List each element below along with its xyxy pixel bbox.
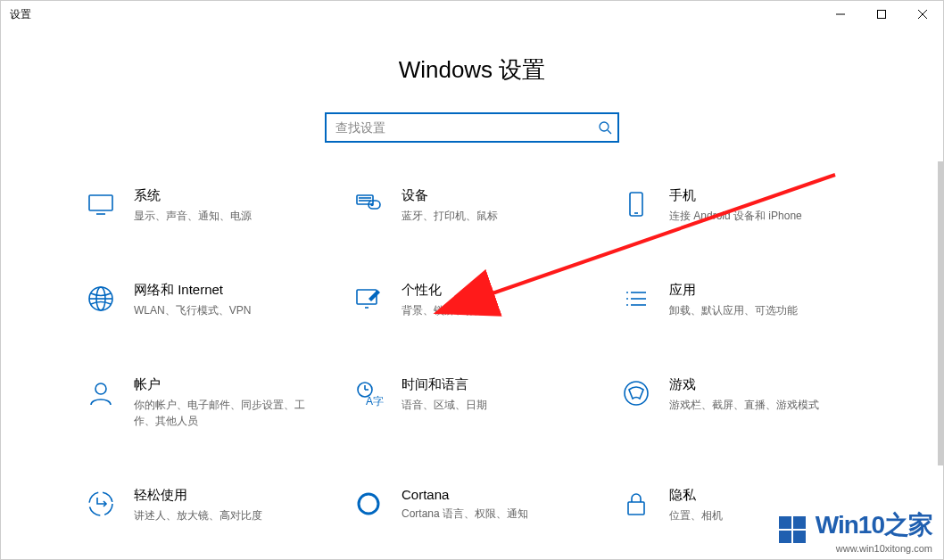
card-accounts[interactable]: 帐户 你的帐户、电子邮件、同步设置、工作、其他人员 [84,376,325,429]
card-desc: 位置、相机 [669,507,723,523]
card-ease[interactable]: 轻松使用 讲述人、放大镜、高对比度 [84,487,325,523]
card-time[interactable]: A字 时间和语言 语音、区域、日期 [352,376,592,429]
card-desc: 你的帐户、电子邮件、同步设置、工作、其他人员 [134,397,325,429]
accounts-icon [84,376,118,410]
card-desc: 语音、区域、日期 [402,397,487,413]
window-title: 设置 [10,7,31,22]
card-devices[interactable]: 设备 蓝牙、打印机、鼠标 [352,187,592,224]
cortana-icon [352,487,385,521]
card-label: 手机 [669,187,802,204]
watermark-url: www.win10xitong.com [779,543,932,554]
window-controls [820,1,943,28]
card-desc: 连接 Android 设备和 iPhone [669,208,802,224]
card-label: 时间和语言 [402,376,487,393]
card-desc: 游戏栏、截屏、直播、游戏模式 [669,397,819,413]
svg-point-26 [95,383,106,394]
card-desc: Cortana 语言、权限、通知 [402,506,528,522]
watermark: Win10之家 www.win10xitong.com [779,508,932,554]
settings-grid: 系统 显示、声音、通知、电源 设备 蓝牙、打印机、鼠标 [84,187,860,523]
svg-point-31 [625,382,648,405]
card-phone[interactable]: 手机 连接 Android 设备和 iPhone [619,187,860,224]
card-personalize[interactable]: 个性化 背景、锁屏、颜色 [352,282,592,318]
card-label: 网络和 Internet [134,282,251,299]
card-label: 隐私 [669,487,723,504]
card-network[interactable]: 网络和 Internet WLAN、飞行模式、VPN [84,282,325,318]
search-icon [598,120,612,135]
card-cortana[interactable]: Cortana Cortana 语言、权限、通知 [352,487,592,523]
svg-rect-6 [89,195,112,210]
time-icon: A字 [352,376,385,410]
watermark-logo-icon [779,516,806,543]
card-label: 帐户 [134,376,325,393]
gaming-icon [619,376,653,410]
svg-point-33 [359,494,378,514]
phone-icon [619,187,653,221]
search-field[interactable] [325,112,619,143]
card-gaming[interactable]: 游戏 游戏栏、截屏、直播、游戏模式 [619,376,860,429]
privacy-icon [619,487,653,521]
svg-rect-34 [628,502,644,515]
card-desc: 卸载、默认应用、可选功能 [669,302,798,318]
card-label: 轻松使用 [134,487,262,504]
scrollbar[interactable] [938,161,943,465]
svg-point-4 [600,122,609,131]
card-desc: 背景、锁屏、颜色 [402,302,487,318]
apps-icon [619,282,653,316]
content-area: Windows 设置 系统 显示、声音、通知、电源 [1,28,943,523]
titlebar: 设置 [1,1,943,28]
card-system[interactable]: 系统 显示、声音、通知、电源 [84,187,325,224]
card-desc: 讲述人、放大镜、高对比度 [134,507,262,523]
card-label: 应用 [669,282,798,299]
card-label: Cortana [402,487,528,502]
close-button[interactable] [902,1,943,28]
network-icon [84,282,118,316]
card-label: 系统 [134,187,252,204]
svg-line-5 [608,130,611,134]
devices-icon [352,187,385,221]
svg-rect-1 [878,11,886,19]
card-label: 个性化 [402,282,487,299]
card-label: 游戏 [669,376,819,393]
card-desc: 显示、声音、通知、电源 [134,208,252,224]
personalize-icon [352,282,385,316]
minimize-button[interactable] [820,1,861,28]
svg-text:A字: A字 [366,395,384,408]
card-desc: WLAN、飞行模式、VPN [134,302,251,318]
maximize-button[interactable] [861,1,902,28]
svg-rect-13 [630,193,642,216]
card-apps[interactable]: 应用 卸载、默认应用、可选功能 [619,282,860,318]
card-desc: 蓝牙、打印机、鼠标 [402,208,498,224]
card-label: 设备 [402,187,498,204]
system-icon [84,187,118,221]
page-title: Windows 设置 [1,54,943,86]
search-input[interactable] [325,112,619,143]
ease-icon [84,487,118,521]
svg-rect-8 [357,195,373,204]
watermark-title: Win10之家 [816,511,932,539]
